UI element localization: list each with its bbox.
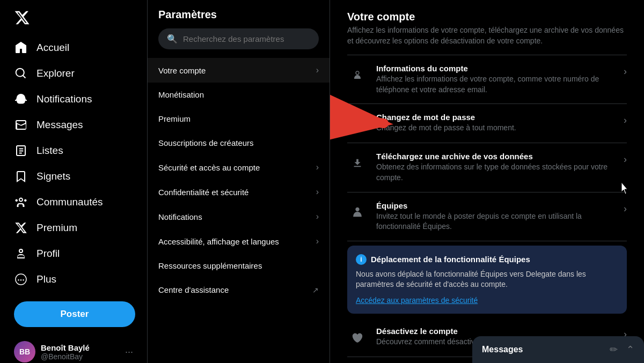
sidebar-label-explorer: Explorer [36, 68, 75, 79]
sidebar-item-profil[interactable]: Profil [6, 241, 141, 266]
sidebar-item-premium[interactable]: Premium [6, 216, 141, 240]
sidebar-item-explorer[interactable]: Explorer [6, 61, 141, 86]
search-magnifier-icon: 🔍 [167, 34, 178, 44]
deactivate-icon [347, 328, 368, 348]
home-icon [14, 41, 28, 55]
settings-nav-label-premium: Premium [158, 114, 191, 123]
account-item-download[interactable]: Téléchargez une archive de vos données O… [347, 143, 627, 192]
list-icon [14, 144, 28, 158]
settings-nav-label-monetisation: Monétisation [158, 90, 204, 99]
messages-bar-icons: ✏ ⌃ [610, 344, 634, 355]
download-content: Téléchargez une archive de vos données O… [376, 152, 615, 183]
user-name: Benoît Baylé [41, 343, 120, 352]
user-info: Benoît Baylé @BenoitBay [41, 343, 120, 361]
search-icon [14, 66, 28, 80]
banner-title-text: Déplacement de la fonctionnalité Équipes [371, 255, 530, 264]
settings-nav-centre[interactable]: Centre d'assistance ↗ [148, 278, 330, 302]
user-profile[interactable]: BB Benoît Baylé @BenoitBay ··· [6, 336, 141, 363]
external-link-icon: ↗ [312, 286, 319, 294]
settings-nav-confidentialite[interactable]: Confidentialité et sécurité › [148, 180, 330, 204]
search-box[interactable]: 🔍 [158, 28, 319, 49]
chevron-right-icon-notifications: › [316, 212, 319, 221]
sidebar-item-messages[interactable]: Messages [6, 113, 141, 137]
sidebar-item-notifications[interactable]: Notifications [6, 87, 141, 112]
download-title: Téléchargez une archive de vos données [376, 152, 615, 161]
password-desc: Changez de mot de passe à tout moment. [376, 123, 615, 134]
sidebar-item-signets[interactable]: Signets [6, 164, 141, 189]
user-handle: @BenoitBay [41, 352, 120, 361]
settings-nav-label-centre: Centre d'assistance [158, 285, 229, 294]
equipes-content: Équipes Invitez tout le monde à poster d… [376, 201, 615, 232]
more-dots-icon: ··· [125, 346, 133, 358]
x-logo-icon [14, 10, 30, 26]
settings-nav-votre-compte[interactable]: Votre compte › [148, 58, 330, 83]
settings-nav-monetisation[interactable]: Monétisation [148, 83, 330, 107]
settings-nav-souscriptions[interactable]: Souscriptions de créateurs [148, 131, 330, 155]
mail-icon [14, 118, 28, 132]
sidebar-label-premium: Premium [36, 222, 77, 234]
chevron-right-password: › [624, 115, 627, 126]
settings-nav-label-securite: Sécurité et accès au compte [158, 163, 260, 172]
communities-icon [14, 195, 28, 209]
info-circle-icon: i [356, 254, 367, 265]
post-button[interactable]: Poster [14, 301, 135, 327]
sidebar: Accueil Explorer Notifications Messages … [0, 0, 148, 363]
collapse-icon[interactable]: ⌃ [626, 344, 634, 355]
banner-title-row: i Déplacement de la fonctionnalité Équip… [356, 254, 618, 265]
teams-icon [347, 202, 368, 223]
banner-description: Nous avons déplacé la fonctionnalité Équ… [356, 269, 618, 290]
password-content: Changez de mot de passe Changez de mot d… [376, 113, 615, 134]
sidebar-bottom: Poster BB Benoît Baylé @BenoitBay ··· [6, 293, 141, 363]
download-icon [347, 153, 368, 173]
chevron-right-icon: › [316, 65, 319, 75]
deactivate-title: Désactivez le compte [376, 327, 615, 336]
search-input[interactable] [183, 34, 310, 43]
account-header: Votre compte Affichez les informations d… [347, 0, 627, 55]
settings-nav-label-ressources: Ressources supplémentaires [158, 261, 262, 270]
chevron-right-equipes: › [624, 203, 627, 214]
more-circle-icon [14, 272, 28, 286]
sidebar-label-profil: Profil [36, 248, 60, 260]
settings-nav-securite[interactable]: Sécurité et accès au compte › [148, 155, 330, 180]
settings-nav-ressources[interactable]: Ressources supplémentaires [148, 254, 330, 278]
sidebar-label-accueil: Accueil [36, 42, 69, 54]
sidebar-item-communautes[interactable]: Communautés [6, 190, 141, 214]
sidebar-label-signets: Signets [36, 171, 70, 182]
settings-nav-accessibilite[interactable]: Accessibilité, affichage et langues › [148, 229, 330, 254]
chevron-right-info: › [624, 66, 627, 77]
sidebar-item-listes[interactable]: Listes [6, 138, 141, 163]
account-item-equipes[interactable]: Équipes Invitez tout le monde à poster d… [347, 192, 627, 241]
avatar: BB [14, 341, 35, 362]
teams-banner: i Déplacement de la fonctionnalité Équip… [347, 246, 627, 314]
account-item-informations[interactable]: Informations du compte Affichez les info… [347, 55, 627, 104]
banner-link[interactable]: Accédez aux paramètres de sécurité [356, 296, 478, 305]
bell-icon [14, 92, 28, 106]
compose-icon[interactable]: ✏ [610, 344, 618, 355]
account-info-desc: Affichez les informations de votre compt… [376, 74, 615, 95]
account-item-password[interactable]: Changez de mot de passe Changez de mot d… [347, 104, 627, 143]
sidebar-label-notifications: Notifications [36, 93, 92, 105]
settings-nav-label-votre-compte: Votre compte [158, 66, 206, 75]
equipes-desc: Invitez tout le monde à poster depuis ce… [376, 211, 615, 232]
settings-title: Paramètres [158, 9, 319, 21]
account-info-title: Informations du compte [376, 64, 615, 73]
sidebar-label-communautes: Communautés [36, 196, 103, 208]
settings-nav-notifications[interactable]: Notifications › [148, 204, 330, 229]
sidebar-label-plus: Plus [36, 273, 56, 285]
account-title: Votre compte [347, 11, 627, 23]
settings-panel: Paramètres 🔍 Votre compte › Monétisation… [148, 0, 330, 363]
settings-nav-label-accessibilite: Accessibilité, affichage et langues [158, 237, 279, 246]
chevron-right-icon-confidentialite: › [316, 187, 319, 197]
x-premium-icon [14, 221, 28, 235]
settings-nav-premium[interactable]: Premium [148, 107, 330, 131]
sidebar-item-accueil[interactable]: Accueil [6, 35, 141, 60]
sidebar-label-messages: Messages [36, 119, 83, 131]
account-panel: Votre compte Affichez les informations d… [330, 0, 644, 363]
settings-header: Paramètres 🔍 [148, 0, 330, 58]
password-title: Changez de mot de passe [376, 113, 615, 122]
equipes-title: Équipes [376, 201, 615, 210]
x-logo[interactable] [6, 4, 141, 33]
messages-floating-bar[interactable]: Messages ✏ ⌃ [472, 336, 644, 363]
account-info-content: Informations du compte Affichez les info… [376, 64, 615, 95]
sidebar-item-plus[interactable]: Plus [6, 267, 141, 292]
